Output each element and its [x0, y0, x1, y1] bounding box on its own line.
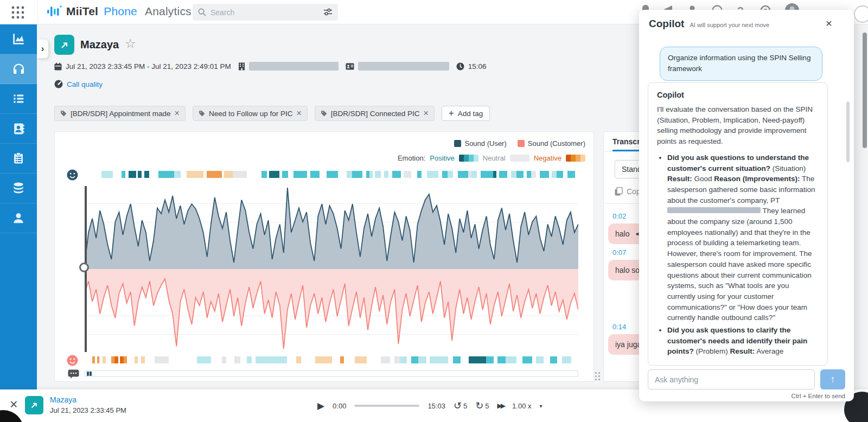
speed-caret-icon[interactable]: ▾ — [539, 403, 542, 409]
sidebar-item-contacts[interactable] — [0, 114, 37, 144]
list-icon — [11, 92, 25, 106]
add-tag-label: Add tag — [458, 110, 483, 118]
playback-speed[interactable]: 1.00 x — [512, 402, 531, 410]
player-close-icon[interactable]: × — [10, 398, 18, 411]
search-filter-icon[interactable] — [323, 8, 333, 16]
page-scrollbar-thumb[interactable] — [863, 33, 867, 148]
close-icon[interactable]: × — [826, 17, 832, 29]
tag-chip[interactable]: Need to Follow up for PIC× — [193, 106, 308, 121]
emotion-segment — [340, 356, 344, 363]
copilot-response-body: I'll evaluate the conversation based on … — [657, 104, 819, 357]
emotion-segment — [207, 171, 221, 178]
copilot-scrollbar-thumb[interactable] — [846, 101, 850, 162]
customer-emotion-strip[interactable] — [85, 356, 578, 363]
emotion-segment — [120, 356, 124, 363]
emotion-segment — [114, 356, 118, 363]
address-book-icon — [12, 122, 25, 136]
send-button[interactable]: ↑ — [820, 369, 845, 389]
sidebar-item-calls[interactable] — [0, 54, 37, 84]
user-emotion-strip[interactable] — [85, 171, 578, 178]
playhead-knob[interactable] — [79, 263, 89, 272]
player-call-title-link[interactable]: Mazaya — [50, 395, 76, 404]
star-favorite-icon[interactable]: ☆ — [125, 36, 136, 51]
comment-marker[interactable] — [90, 372, 92, 376]
app-logo[interactable]: MiiTel Phone Analytics — [47, 4, 192, 19]
emotion-segment — [211, 356, 222, 363]
current-time: 0:00 — [333, 402, 346, 410]
emotion-segment — [288, 171, 293, 178]
search-input[interactable] — [210, 8, 319, 17]
emotion-segment — [384, 171, 388, 178]
remove-tag-icon[interactable]: × — [175, 109, 180, 118]
tag-chip[interactable]: [BDR/SDR] Connected PIC× — [315, 106, 435, 121]
sidebar-item-users[interactable] — [0, 203, 37, 233]
brand-name: MiiTel — [66, 5, 98, 17]
tag-label: [BDR/SDR] Connected PIC — [331, 110, 420, 118]
emotion-segment — [536, 171, 540, 178]
waveform-chart[interactable] — [85, 185, 578, 353]
emotion-segment — [197, 356, 211, 363]
copilot-ask-input[interactable] — [648, 369, 815, 389]
remove-tag-icon[interactable]: × — [423, 109, 428, 118]
emotion-segment — [427, 171, 438, 178]
emotion-segment — [266, 356, 287, 363]
emotion-segment — [332, 356, 340, 363]
emotion-segment — [469, 356, 486, 363]
play-button[interactable]: ▶ — [317, 400, 324, 412]
emotion-segment — [507, 171, 511, 178]
comment-marker[interactable] — [87, 372, 89, 376]
tag-label: [BDR/SDR] Appointment made — [71, 110, 171, 118]
remove-tag-icon[interactable]: × — [297, 109, 302, 118]
sidebar-item-call-list[interactable] — [0, 84, 37, 114]
skip-back-button[interactable]: ↺5 — [454, 400, 467, 412]
emotion-segment — [256, 356, 266, 363]
app-grid-icon[interactable] — [11, 5, 25, 20]
emotion-segment — [367, 356, 381, 363]
emotion-segment — [233, 171, 241, 178]
emotion-segment — [296, 356, 301, 363]
emotion-segment — [247, 356, 252, 363]
emotion-segment — [527, 171, 531, 178]
tag-chip[interactable]: [BDR/SDR] Appointment made× — [54, 106, 186, 121]
neutral-swatch — [510, 155, 529, 162]
emotion-segment — [181, 171, 186, 178]
emotion-segment — [315, 356, 333, 363]
tag-label: Need to Follow up for PIC — [209, 110, 293, 118]
emotion-segment — [394, 356, 401, 363]
emotion-segment — [155, 356, 169, 363]
user-emotion-smiley-icon — [67, 169, 78, 181]
fast-forward-icon[interactable]: ▶▶ — [497, 402, 504, 410]
player-call-icon — [25, 396, 43, 414]
add-tag-button[interactable]: + Add tag — [442, 106, 490, 121]
skip-forward-button[interactable]: ↻5 — [475, 400, 489, 412]
emotion-segment — [129, 171, 132, 178]
floating-widget-top-right[interactable] — [854, 5, 868, 23]
copilot-response-author: Copilot — [657, 91, 819, 99]
positive-swatch — [459, 155, 478, 162]
comment-track[interactable] — [85, 370, 578, 377]
call-quality-link[interactable]: Call quality — [67, 80, 103, 88]
emotion-legend: Emotion: Positive Neutral Negative — [398, 154, 585, 162]
emotion-segment — [448, 171, 453, 178]
emotion-segment — [516, 356, 523, 363]
sidebar-item-analytics[interactable] — [0, 24, 37, 54]
copilot-bullet: Did you ask questions to clarify the cus… — [667, 325, 819, 357]
call-datetime-text: Jul 21, 2023 2:33:45 PM - Jul 21, 2023 2… — [66, 62, 231, 71]
outbound-call-icon — [54, 35, 74, 55]
emotion-segment — [145, 356, 154, 363]
call-quality-row: Call quality — [54, 80, 103, 88]
sidebar-item-tasks[interactable] — [0, 144, 37, 174]
seek-bar[interactable] — [354, 405, 419, 407]
sidebar-expand-button[interactable]: › — [37, 40, 48, 58]
emotion-segment — [106, 356, 111, 363]
product-name: Phone — [104, 5, 137, 17]
emotion-segment — [338, 171, 347, 178]
search-box[interactable] — [193, 4, 338, 21]
comment-bubble-icon — [68, 369, 79, 379]
emotion-segment — [169, 356, 197, 363]
emotion-segment — [461, 356, 468, 363]
sidebar-item-database[interactable] — [0, 174, 37, 203]
panel-resize-handle[interactable] — [595, 372, 601, 383]
emotion-segment — [567, 171, 575, 178]
emotion-segment — [375, 171, 380, 178]
